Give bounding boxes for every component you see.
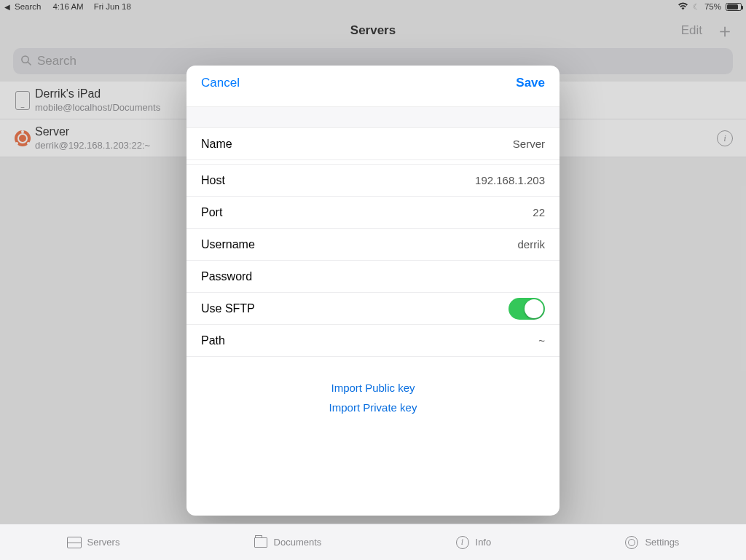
port-label: Port xyxy=(201,206,222,219)
sftp-label: Use SFTP xyxy=(201,302,255,315)
import-private-key-button[interactable]: Import Private key xyxy=(329,401,417,414)
edit-server-sheet: Cancel Save Name Server Host 192.168.1.2… xyxy=(186,66,560,516)
tab-label: Info xyxy=(476,537,492,548)
save-button[interactable]: Save xyxy=(516,76,545,90)
path-row[interactable]: Path ~ xyxy=(186,325,560,357)
name-value[interactable]: Server xyxy=(513,138,545,150)
host-label: Host xyxy=(201,174,225,187)
tab-servers[interactable]: Servers xyxy=(67,536,120,549)
tab-settings[interactable]: Settings xyxy=(624,536,679,549)
tab-bar: Servers Documents i Info Settings xyxy=(0,524,746,560)
cancel-button[interactable]: Cancel xyxy=(201,76,240,90)
import-public-key-button[interactable]: Import Public key xyxy=(331,382,415,394)
username-label: Username xyxy=(201,238,255,251)
info-icon: i xyxy=(456,536,469,549)
host-row[interactable]: Host 192.168.1.203 xyxy=(186,165,560,197)
host-value[interactable]: 192.168.1.203 xyxy=(475,174,545,186)
tab-label: Settings xyxy=(645,537,679,548)
servers-icon xyxy=(67,537,82,548)
tab-label: Servers xyxy=(87,537,120,548)
port-row[interactable]: Port 22 xyxy=(186,197,560,229)
gear-icon xyxy=(625,536,638,549)
username-row[interactable]: Username derrik xyxy=(186,229,560,261)
path-label: Path xyxy=(201,334,225,347)
name-row[interactable]: Name Server xyxy=(186,128,560,160)
password-row[interactable]: Password xyxy=(186,261,560,293)
tab-info[interactable]: i Info xyxy=(455,536,492,549)
port-value[interactable]: 22 xyxy=(533,206,545,218)
sftp-toggle[interactable] xyxy=(509,298,545,320)
username-value[interactable]: derrik xyxy=(517,238,545,251)
path-value[interactable]: ~ xyxy=(538,334,545,347)
name-label: Name xyxy=(201,138,232,151)
tab-documents[interactable]: Documents xyxy=(254,536,322,549)
tab-label: Documents xyxy=(274,537,322,548)
password-label: Password xyxy=(201,270,252,283)
folder-icon xyxy=(254,537,267,548)
sftp-row: Use SFTP xyxy=(186,293,560,325)
modal-overlay: Cancel Save Name Server Host 192.168.1.2… xyxy=(0,0,746,560)
